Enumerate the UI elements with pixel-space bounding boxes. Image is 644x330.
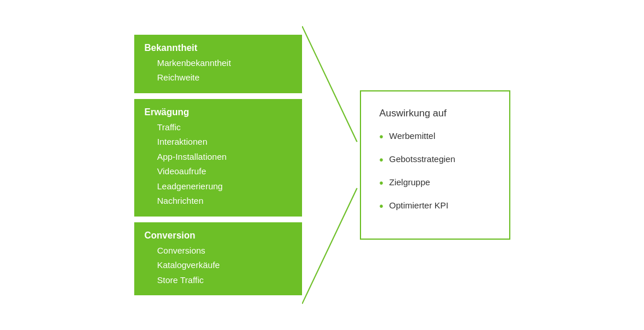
funnel-svg: [302, 26, 360, 304]
box-erwaegung-item-4: Leadgenerierung: [145, 179, 292, 194]
box-bekanntheit-item-1: Reichweite: [145, 70, 292, 85]
box-bekanntheit-title: Bekanntheit: [145, 43, 292, 53]
bullet-label-3: Optimierter KPI: [389, 199, 449, 211]
bullet-dot-1: •: [380, 152, 384, 168]
bullet-dot-2: •: [380, 175, 384, 191]
funnel-connector: [302, 26, 360, 304]
box-bekanntheit: Bekanntheit Markenbekanntheit Reichweite: [134, 35, 302, 93]
box-conversion-item-0: Conversions: [145, 243, 292, 258]
bullet-item-3: • Optimierter KPI: [380, 199, 491, 214]
bullet-label-2: Zielgruppe: [389, 176, 430, 188]
bullet-item-0: • Werbemittel: [380, 130, 491, 145]
box-erwaegung-title: Erwägung: [145, 107, 292, 118]
box-bekanntheit-item-0: Markenbekanntheit: [145, 56, 292, 71]
bullet-label-0: Werbemittel: [389, 130, 436, 142]
bullet-item-1: • Gebotsstrategien: [380, 153, 491, 168]
right-panel: Auswirkung auf • Werbemittel • Gebotsstr…: [360, 90, 510, 240]
box-erwaegung-item-3: Videoaufrufe: [145, 164, 292, 179]
box-conversion-item-1: Katalogverkäufe: [145, 258, 292, 273]
box-erwaegung-item-1: Interaktionen: [145, 134, 292, 149]
box-erwaegung-item-2: App-Installationen: [145, 149, 292, 164]
box-erwaegung-item-5: Nachrichten: [145, 193, 292, 208]
box-erwaegung: Erwägung Traffic Interaktionen App-Insta…: [134, 99, 302, 217]
box-conversion-title: Conversion: [145, 230, 292, 241]
box-conversion: Conversion Conversions Katalogverkäufe S…: [134, 222, 302, 296]
bullet-item-2: • Zielgruppe: [380, 176, 491, 191]
diagram: Bekanntheit Markenbekanntheit Reichweite…: [134, 26, 510, 304]
box-conversion-item-2: Store Traffic: [145, 273, 292, 288]
bullet-dot-3: •: [380, 198, 384, 214]
box-erwaegung-item-0: Traffic: [145, 120, 292, 135]
bullet-label-1: Gebotsstrategien: [389, 153, 455, 165]
left-column: Bekanntheit Markenbekanntheit Reichweite…: [134, 35, 302, 296]
bullet-dot-0: •: [380, 129, 384, 145]
right-panel-title: Auswirkung auf: [380, 108, 491, 119]
